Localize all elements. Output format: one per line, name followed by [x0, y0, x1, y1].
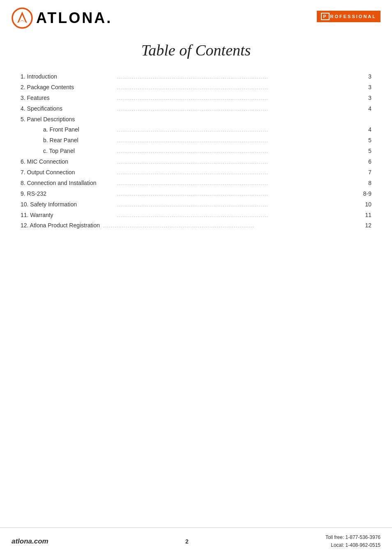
toc-dots-6: ........................................… [115, 157, 359, 167]
toc-label-5b: b. Rear Panel [21, 135, 115, 146]
page-footer: atlona.com 2 Toll free: 1-877-536-3976 L… [0, 527, 392, 555]
toc-dots-7: ........................................… [115, 168, 359, 178]
toc-page-8: 8 [359, 178, 371, 189]
toc-container: 1. Introduction ........................… [0, 72, 392, 231]
toc-label-9: 9. RS-232 [21, 189, 115, 199]
toc-row-9: 9. RS-232 ..............................… [21, 189, 371, 199]
toc-page-9: 8-9 [359, 189, 371, 199]
badge-rest: ROFESSIONAL [330, 14, 376, 19]
footer-toll-free: Toll free: 1-877-536-3976 [325, 534, 380, 541]
toc-page-3: 3 [359, 93, 371, 104]
logo-area: ATLONA. [12, 7, 112, 29]
toc-page-4: 4 [359, 104, 371, 114]
toc-label-6: 6. MIC Connection [21, 157, 115, 167]
toc-row-1: 1. Introduction ........................… [21, 72, 371, 82]
footer-page-number: 2 [185, 538, 189, 545]
toc-row-10: 10. Safety Information .................… [21, 199, 371, 210]
toc-label-11: 11. Warranty [21, 210, 115, 221]
toc-row-6: 6. MIC Connection ......................… [21, 157, 371, 167]
toc-page-2: 3 [359, 82, 371, 93]
toc-dots-1: ........................................… [115, 72, 359, 82]
toc-row-5c: c. Top Panel ...........................… [21, 146, 371, 157]
toc-page-10: 10 [359, 199, 371, 210]
toc-page-11: 11 [359, 210, 371, 221]
toc-dots-8: ........................................… [115, 178, 359, 188]
toc-dots-9: ........................................… [115, 189, 359, 199]
badge-p: P [321, 13, 329, 20]
toc-label-2: 2. Package Contents [21, 82, 115, 93]
toc-page-1: 3 [359, 72, 371, 82]
toc-page-12: 12 [359, 220, 371, 231]
toc-label-12: 12. Atlona Product Registration [21, 220, 100, 231]
toc-row-5: 5. Panel Descriptions [21, 114, 371, 125]
toc-row-3: 3. Features ............................… [21, 93, 371, 104]
footer-website: atlona.com [12, 537, 48, 546]
logo-text: ATLONA. [36, 9, 112, 27]
toc-dots-5c: ........................................… [115, 146, 359, 156]
atlona-logo-icon [12, 7, 33, 29]
toc-row-2: 2. Package Contents ....................… [21, 82, 371, 93]
toc-row-5b: b. Rear Panel ..........................… [21, 135, 371, 146]
toc-row-4: 4. Specifications ......................… [21, 104, 371, 114]
toc-label-3: 3. Features [21, 93, 115, 104]
toc-row-11: 11. Warranty ...........................… [21, 210, 371, 221]
toc-dots-5b: ........................................… [115, 136, 359, 146]
toc-dots-12: ........................................… [101, 221, 359, 231]
toc-dots-11: ........................................… [115, 210, 359, 220]
toc-label-5a: a. Front Panel [21, 125, 115, 135]
toc-dots-2: ........................................… [115, 83, 359, 92]
toc-page-5a: 4 [359, 125, 371, 135]
toc-dots-10: ........................................… [115, 200, 359, 210]
toc-row-5a: a. Front Panel .........................… [21, 125, 371, 135]
toc-label-4: 4. Specifications [21, 104, 115, 114]
toc-label-1: 1. Introduction [21, 72, 115, 82]
toc-label-5c: c. Top Panel [21, 146, 115, 157]
toc-page-6: 6 [359, 157, 371, 167]
page-title: Table of Contents [0, 41, 392, 59]
toc-dots-4: ........................................… [115, 104, 359, 114]
toc-page-7: 7 [359, 167, 371, 178]
page-header: ATLONA. PROFESSIONAL [0, 0, 392, 29]
toc-page-5c: 5 [359, 146, 371, 157]
toc-dots-5a: ........................................… [115, 125, 359, 135]
toc-row-7: 7. Output Connection ...................… [21, 167, 371, 178]
toc-label-7: 7. Output Connection [21, 167, 115, 178]
toc-row-8: 8. Connection and Installation .........… [21, 178, 371, 189]
toc-row-12: 12. Atlona Product Registration ........… [21, 220, 371, 231]
footer-contact: Toll free: 1-877-536-3976 Local: 1-408-9… [325, 534, 380, 549]
professional-badge: PROFESSIONAL [317, 11, 380, 22]
toc-dots-3: ........................................… [115, 93, 359, 103]
toc-label-10: 10. Safety Information [21, 199, 115, 210]
toc-page-5b: 5 [359, 135, 371, 146]
footer-local: Local: 1-408-962-0515 [325, 541, 380, 549]
toc-label-5: 5. Panel Descriptions [21, 114, 115, 125]
toc-label-8: 8. Connection and Installation [21, 178, 115, 189]
